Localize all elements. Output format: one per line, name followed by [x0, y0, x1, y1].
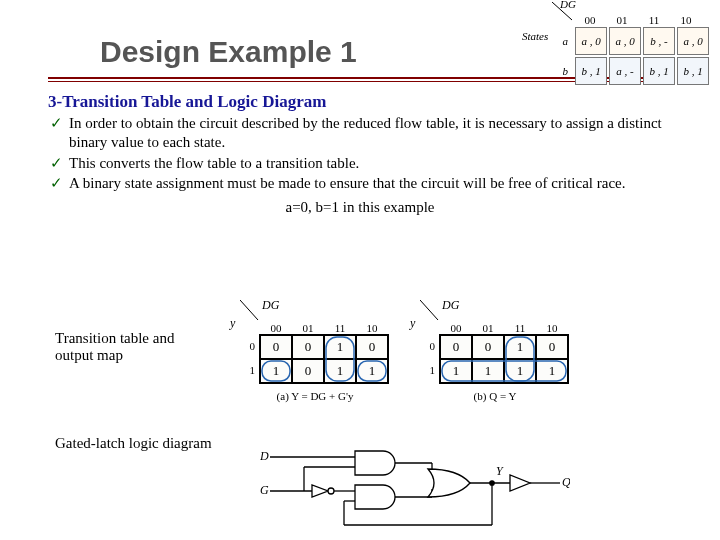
kmap-cell: 1	[504, 335, 536, 359]
kmap-cell: 0	[292, 359, 324, 383]
kmap-cell: 0	[472, 335, 504, 359]
kmap-cell: 0	[440, 335, 472, 359]
kmap-y-label: y	[230, 316, 235, 331]
svg-point-13	[328, 488, 334, 494]
kmap-col: 11	[324, 322, 356, 334]
kmap-cell: 1	[260, 359, 292, 383]
kmap-cell: 1	[324, 335, 356, 359]
frag-cell: a , 0	[677, 27, 709, 55]
frag-col: 01	[606, 14, 638, 26]
svg-line-0	[552, 2, 572, 20]
frag-cell: a , -	[609, 57, 641, 85]
kmap-cell: 1	[356, 359, 388, 383]
bullet-text: In order to obtain the circuit described…	[69, 114, 672, 152]
frag-states-label: States	[522, 30, 548, 42]
frag-cell: a , 0	[609, 27, 641, 55]
frag-cell: b , 1	[643, 57, 675, 85]
kmap-row: 1	[421, 358, 439, 382]
frag-cell: b , 1	[677, 57, 709, 85]
logic-output-y: Y	[496, 464, 504, 478]
kmap-col: 11	[504, 322, 536, 334]
frag-row-label: b	[520, 65, 574, 77]
kmap-q: y DG 00 01 11 10 0 1 0 0 1 0	[420, 300, 570, 402]
kmap-row: 1	[241, 358, 259, 382]
bullet-text: This converts the flow table to a transi…	[69, 154, 359, 173]
gated-latch-logic-diagram: D G Y Q	[260, 445, 570, 535]
frag-cell: b , -	[643, 27, 675, 55]
kmap-col: 00	[260, 322, 292, 334]
svg-marker-12	[312, 485, 328, 497]
kmap-cell: 1	[324, 359, 356, 383]
kmap-cell: 1	[504, 359, 536, 383]
bullet-text: A binary state assignment must be made t…	[69, 174, 625, 193]
kmap-cell: 0	[292, 335, 324, 359]
kmap-cell: 1	[440, 359, 472, 383]
section-subtitle: 3-Transition Table and Logic Diagram	[0, 82, 720, 114]
kmap-cell: 1	[536, 359, 568, 383]
kmap-col: 01	[292, 322, 324, 334]
bullet-list: ✓In order to obtain the circuit describe…	[0, 114, 720, 193]
flow-table-fragment: DG 00 01 11 10 a a , 0 a , 0 b , - a , 0…	[520, 0, 720, 86]
kmap-row: 0	[421, 334, 439, 358]
logic-input-d: D	[260, 449, 269, 463]
logic-output-q: Q	[562, 475, 570, 489]
kmap-row: 0	[241, 334, 259, 358]
logic-input-g: G	[260, 483, 269, 497]
kmap-caption: (a) Y = DG + G'y	[277, 390, 354, 402]
kmap-y: y DG 00 01 11 10 0 1 0 0 1 0	[240, 300, 390, 402]
kmap-cell: 0	[260, 335, 292, 359]
svg-marker-25	[510, 475, 530, 491]
frag-cell: b , 1	[575, 57, 607, 85]
kmap-dg-label: DG	[262, 298, 279, 313]
svg-line-5	[420, 300, 438, 320]
check-icon: ✓	[50, 154, 63, 173]
assignment-line: a=0, b=1 in this example	[0, 195, 720, 226]
kmap-col: 01	[472, 322, 504, 334]
svg-point-24	[490, 481, 494, 485]
kmap-cell: 0	[536, 335, 568, 359]
kmap-y-label: y	[410, 316, 415, 331]
caption-transition-table: Transition table and output map	[55, 330, 205, 364]
kmap-cell: 1	[472, 359, 504, 383]
svg-line-1	[240, 300, 258, 320]
frag-cell: a , 0	[575, 27, 607, 55]
kmap-col: 00	[440, 322, 472, 334]
kmap-col: 10	[536, 322, 568, 334]
kmap-caption: (b) Q = Y	[474, 390, 517, 402]
frag-col: 11	[638, 14, 670, 26]
kmap-pair: y DG 00 01 11 10 0 1 0 0 1 0	[225, 300, 585, 402]
frag-col: 10	[670, 14, 702, 26]
caption-logic-diagram: Gated-latch logic diagram	[55, 435, 212, 452]
check-icon: ✓	[50, 114, 63, 133]
kmap-cell: 0	[356, 335, 388, 359]
kmap-dg-label: DG	[442, 298, 459, 313]
check-icon: ✓	[50, 174, 63, 193]
kmap-col: 10	[356, 322, 388, 334]
